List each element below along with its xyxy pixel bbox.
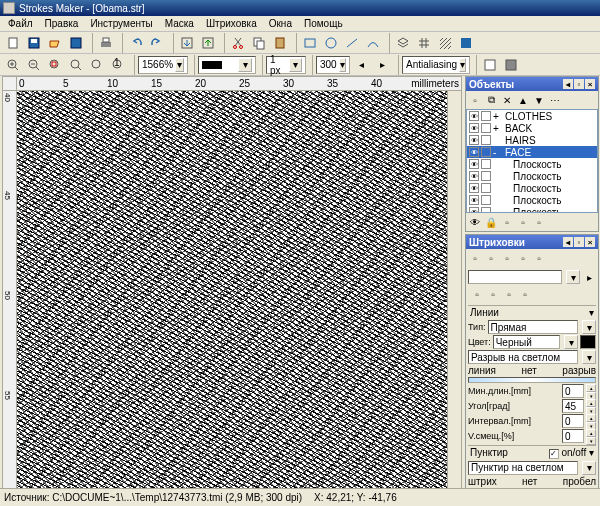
lock-icon[interactable] [481,147,491,157]
lock-icon[interactable] [481,111,491,121]
str-b-icon[interactable]: ▫ [483,250,499,266]
str-e-icon[interactable]: ▫ [531,250,547,266]
zoom-combo[interactable]: 1566%▾ [138,56,188,74]
obj-b-icon[interactable]: ▫ [515,214,531,230]
undo-icon[interactable] [126,33,146,53]
aa-combo[interactable]: Antialiasing▾ [402,56,470,74]
str-d-icon[interactable]: ▫ [515,250,531,266]
tree-item[interactable]: 👁HAIRS [467,134,597,146]
mode2-icon[interactable] [501,55,521,75]
break-combo[interactable]: Разрыв на светлом [468,350,578,364]
chevron-down-icon[interactable]: ▾ [564,335,578,349]
tree-item[interactable]: 👁+CLOTHES [467,110,597,122]
menu-edit[interactable]: Правка [39,18,85,29]
panel-close-icon[interactable]: ▫ [574,79,584,89]
panel-min-icon[interactable]: ◂ [563,79,573,89]
menu-file[interactable]: Файл [2,18,39,29]
interval-field[interactable]: 0 [562,414,584,428]
dash-mode-combo[interactable]: Пунктир на светлом [468,461,578,475]
s3-icon[interactable]: ▫ [501,286,517,302]
lock-icon[interactable] [481,195,491,205]
circle-icon[interactable] [321,33,341,53]
tree-item-child[interactable]: 👁Плоскость [467,194,597,206]
obj-opt-icon[interactable]: ⋯ [547,92,563,108]
layers-icon[interactable] [393,33,413,53]
tree-item-child[interactable]: 👁Плоскость [467,182,597,194]
spinner[interactable]: ▴▾ [586,384,596,398]
curve-icon[interactable] [363,33,383,53]
eye-icon[interactable]: 👁 [469,123,479,133]
line-slider[interactable] [468,377,596,383]
panel-x-icon[interactable]: × [585,237,595,247]
eye-icon[interactable]: 👁 [469,195,479,205]
obj-dup-icon[interactable]: ⧉ [483,92,499,108]
menu-mask[interactable]: Маска [159,18,200,29]
dash-checkbox[interactable]: ✓ [549,449,559,459]
minlen-field[interactable]: 0 [562,384,584,398]
eye-icon[interactable]: 👁 [469,183,479,193]
lock-icon[interactable] [481,171,491,181]
line-type-combo[interactable]: Прямая [488,320,578,334]
chevron-down-icon[interactable]: ▾ [289,58,302,72]
save2-icon[interactable] [66,33,86,53]
obj-a-icon[interactable]: ▫ [499,214,515,230]
grid-icon[interactable] [414,33,434,53]
import-icon[interactable] [177,33,197,53]
lock-icon[interactable] [481,159,491,169]
objects-tree[interactable]: 👁+CLOTHES👁+BACK👁HAIRS👁-FACE👁Плоскость👁Пл… [466,109,598,213]
zoom-100-icon[interactable]: 1 [108,55,128,75]
line-color-combo[interactable]: Черный [493,335,560,349]
eye-icon[interactable]: 👁 [469,147,479,157]
spinner[interactable]: ▴▾ [586,414,596,428]
zoom-sel-icon[interactable] [45,55,65,75]
rect-icon[interactable] [300,33,320,53]
chevron-down-icon[interactable]: ▾ [582,350,596,364]
tree-item[interactable]: 👁+BACK [467,122,597,134]
tree-item-child[interactable]: 👁Плоскость [467,206,597,213]
lock-icon[interactable] [481,135,491,145]
cut-icon[interactable] [228,33,248,53]
chevron-down-icon[interactable]: ▾ [175,58,184,72]
spinner[interactable]: ▴▾ [586,429,596,443]
tree-item-child[interactable]: 👁Плоскость [467,158,597,170]
obj-down-icon[interactable]: ▼ [531,92,547,108]
eye-icon[interactable]: 👁 [469,135,479,145]
redo-icon[interactable] [147,33,167,53]
chevron-down-icon[interactable]: ▾ [582,320,596,334]
zoom-page-icon[interactable] [87,55,107,75]
lock-icon[interactable]: 🔒 [483,214,499,230]
obj-del-icon[interactable]: ✕ [499,92,515,108]
panel-min-icon[interactable]: ◂ [563,237,573,247]
spinner[interactable]: ▴▾ [586,399,596,413]
eye-icon[interactable]: 👁 [467,214,483,230]
export-icon[interactable] [198,33,218,53]
fill-icon[interactable] [456,33,476,53]
angle-field[interactable]: 45 [562,399,584,413]
s1-icon[interactable]: ▫ [469,286,485,302]
chevron-down-icon[interactable]: ▾ [582,461,596,475]
pct-combo[interactable]: 300▾ [316,56,350,74]
panel-x-icon[interactable]: × [585,79,595,89]
s2-icon[interactable]: ▫ [485,286,501,302]
eye-icon[interactable]: 👁 [469,111,479,121]
hatch-icon[interactable] [435,33,455,53]
new-icon[interactable] [3,33,23,53]
chevron-down-icon[interactable]: ▾ [238,58,252,72]
go-icon[interactable]: ▸ [582,270,596,284]
style-combo[interactable]: ▾ [198,56,256,74]
menu-help[interactable]: Помощь [298,18,349,29]
print-icon[interactable] [96,33,116,53]
str-a-icon[interactable]: ▫ [467,250,483,266]
save-icon[interactable] [24,33,44,53]
chevron-down-icon[interactable]: ▾ [459,58,466,72]
tree-item-child[interactable]: 👁Плоскость [467,170,597,182]
obj-up-icon[interactable]: ▲ [515,92,531,108]
menu-hatch[interactable]: Штриховка [200,18,263,29]
str-c-icon[interactable]: ▫ [499,250,515,266]
zoom-out-icon[interactable] [24,55,44,75]
lock-icon[interactable] [481,123,491,133]
chevron-down-icon[interactable]: ▾ [339,58,346,72]
menu-tools[interactable]: Инструменты [84,18,158,29]
paste-icon[interactable] [270,33,290,53]
color-swatch[interactable] [580,335,596,349]
